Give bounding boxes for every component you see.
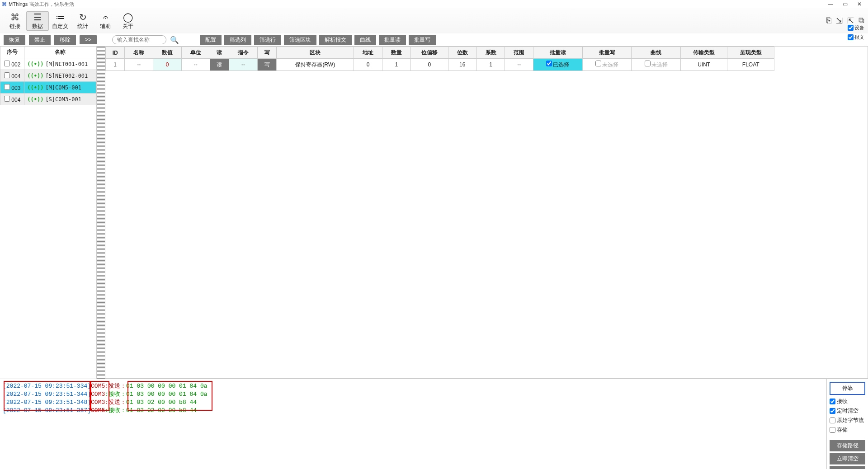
log-line: [2022-07-15 09:23:51-344]COM3:接收：01 03 0… [3, 390, 824, 398]
log-check-1[interactable]: 定时清空 [830, 407, 865, 415]
batch-read-checkbox[interactable] [546, 61, 552, 66]
device-row[interactable]: 004((•))[S]COM3-001 [0, 94, 96, 105]
top-right-icon-0[interactable]: ⎘ [826, 16, 831, 26]
window-maximize-icon[interactable]: ▭ [842, 1, 848, 7]
cell-block: 保持寄存器(RW) [277, 59, 354, 71]
log-checkbox-0[interactable] [830, 399, 835, 404]
data-col-14: 批量读 [533, 47, 583, 59]
custom-label: 自定义 [52, 23, 68, 29]
assist-label: 辅助 [100, 23, 111, 29]
cell-curve[interactable]: 未选择 [632, 59, 681, 71]
data-label: 数据 [32, 23, 43, 29]
device-checkbox[interactable] [4, 84, 10, 90]
filter-button-7[interactable]: 批量写 [409, 35, 436, 45]
cell-batch-write[interactable]: 未选择 [582, 59, 632, 71]
assist-icon: 𝄐 [94, 12, 117, 23]
remove-button[interactable]: 移除 [54, 35, 76, 45]
log-checkbox-3[interactable] [830, 427, 835, 433]
device-checkbox[interactable] [4, 96, 10, 102]
log-side-button-2[interactable]: 筛选链接 [830, 466, 865, 469]
stats-icon: ↻ [71, 12, 94, 23]
log-line: [2022-07-15 09:23:51-357]COM5:接收：01 03 0… [3, 406, 824, 414]
device-list-pane: 序号 名称 002((•))[M]NET001-001 004((•))[S]N… [0, 46, 97, 379]
toolbar-item-link[interactable]: ⌘链接 [4, 12, 26, 30]
device-checkbox[interactable] [4, 72, 10, 78]
link-icon: ⌘ [4, 12, 26, 23]
log-check-2[interactable]: 原始字节流 [830, 417, 865, 424]
vertical-splitter[interactable] [97, 46, 105, 379]
right-checkbox-1[interactable] [848, 34, 854, 40]
data-table: ID名称数值单位读指令写区块地址数量位偏移位数系数范围批量读批量写曲线传输类型呈… [105, 47, 774, 71]
cell-coef: 1 [476, 59, 505, 71]
dock-button[interactable]: 停靠 [830, 382, 865, 395]
filter-button-3[interactable]: 筛选区块 [284, 35, 316, 45]
filter-button-1[interactable]: 筛选列 [224, 35, 251, 45]
cell-bitoff: 0 [410, 59, 448, 71]
batch-write-checkbox[interactable] [595, 61, 601, 66]
restore-button[interactable]: 恢复 [4, 35, 25, 45]
toolbar-item-data[interactable]: ☰数据 [26, 11, 49, 31]
log-side-button-0[interactable]: 存储路径 [830, 440, 865, 451]
window-minimize-icon[interactable]: — [827, 1, 834, 7]
data-col-11: 位数 [448, 47, 476, 59]
device-table: 序号 名称 002((•))[M]NET001-001 004((•))[S]N… [0, 46, 96, 105]
log-check-0[interactable]: 接收 [830, 398, 865, 405]
toolbar-item-stats[interactable]: ↻统计 [71, 12, 94, 30]
data-col-1: 名称 [125, 47, 153, 59]
data-col-16: 曲线 [632, 47, 681, 59]
go-button[interactable]: >> [80, 35, 97, 44]
log-checkbox-1[interactable] [830, 408, 835, 414]
search-input[interactable] [112, 35, 166, 44]
app-title: MThings [9, 1, 28, 7]
filter-button-5[interactable]: 曲线 [354, 35, 376, 45]
cell-qty: 1 [382, 59, 411, 71]
filter-button-2[interactable]: 筛选行 [254, 35, 281, 45]
signal-icon: ((•)) [27, 73, 43, 79]
data-col-0: ID [106, 47, 125, 59]
toolbar-item-about[interactable]: ◯关于 [117, 12, 139, 30]
right-checkbox-0[interactable] [848, 25, 854, 31]
log-side-controls: 停靠 接收定时清空原始字节流存储 存储路径立即清空筛选链接 [826, 379, 868, 469]
log-line: [2022-07-15 09:23:51-334]COM5:发送：01 03 0… [3, 382, 824, 390]
about-icon: ◯ [117, 12, 139, 23]
forbid-button[interactable]: 禁止 [29, 35, 51, 45]
curve-checkbox[interactable] [645, 61, 651, 66]
log-check-3[interactable]: 存储 [830, 426, 865, 434]
search-icon[interactable]: 🔍 [170, 36, 179, 44]
filter-button-0[interactable]: 配置 [200, 35, 222, 45]
cell-command: -- [229, 59, 258, 71]
data-col-17: 传输类型 [680, 47, 727, 59]
device-row[interactable]: 003((•))[M]COM5-001 [0, 82, 96, 94]
cell-batch-read[interactable]: 已选择 [533, 59, 583, 71]
action-button-row: 恢复 禁止 移除 >> 🔍 配置筛选列筛选行筛选区块解析报文曲线批量读批量写 [0, 33, 868, 46]
data-col-9: 数量 [382, 47, 411, 59]
toolbar-item-assist[interactable]: 𝄐辅助 [94, 12, 117, 30]
top-right-icon-1[interactable]: ⇲ [836, 16, 843, 26]
toolbar-item-custom[interactable]: ≔自定义 [49, 12, 71, 30]
cell-id: 1 [106, 59, 125, 71]
log-line: [2022-07-15 09:23:51-348]COM3:发送：01 03 0… [3, 398, 824, 406]
log-checkbox-2[interactable] [830, 417, 835, 423]
data-icon: ☰ [27, 12, 48, 23]
title-bar: ⌘ MThings 高效工作，快乐生活 — ▭ ✕ [0, 0, 868, 8]
data-col-18: 呈现类型 [727, 47, 774, 59]
cell-type: UINT [680, 59, 727, 71]
window-close-icon[interactable]: ✕ [856, 1, 863, 7]
device-checkbox[interactable] [4, 61, 10, 66]
cell-value[interactable]: 0 [153, 59, 182, 71]
data-col-3: 单位 [181, 47, 210, 59]
device-row[interactable]: 002((•))[M]NET001-001 [0, 58, 96, 70]
log-side-button-1[interactable]: 立即清空 [830, 453, 865, 464]
device-row[interactable]: 004((•))[S]NET002-001 [0, 70, 96, 82]
app-logo-icon: ⌘ [2, 1, 7, 7]
filter-button-6[interactable]: 批量读 [379, 35, 406, 45]
app-slogan: 高效工作，快乐生活 [29, 1, 74, 8]
right-check-0[interactable]: 设备 [848, 24, 864, 31]
right-check-1[interactable]: 报文 [848, 34, 864, 41]
write-button[interactable]: 写 [257, 59, 276, 71]
filter-button-4[interactable]: 解析报文 [319, 35, 352, 45]
data-col-4: 读 [210, 47, 229, 59]
data-pane: ID名称数值单位读指令写区块地址数量位偏移位数系数范围批量读批量写曲线传输类型呈… [105, 46, 868, 379]
signal-icon: ((•)) [27, 96, 43, 103]
read-button[interactable]: 读 [210, 59, 229, 71]
